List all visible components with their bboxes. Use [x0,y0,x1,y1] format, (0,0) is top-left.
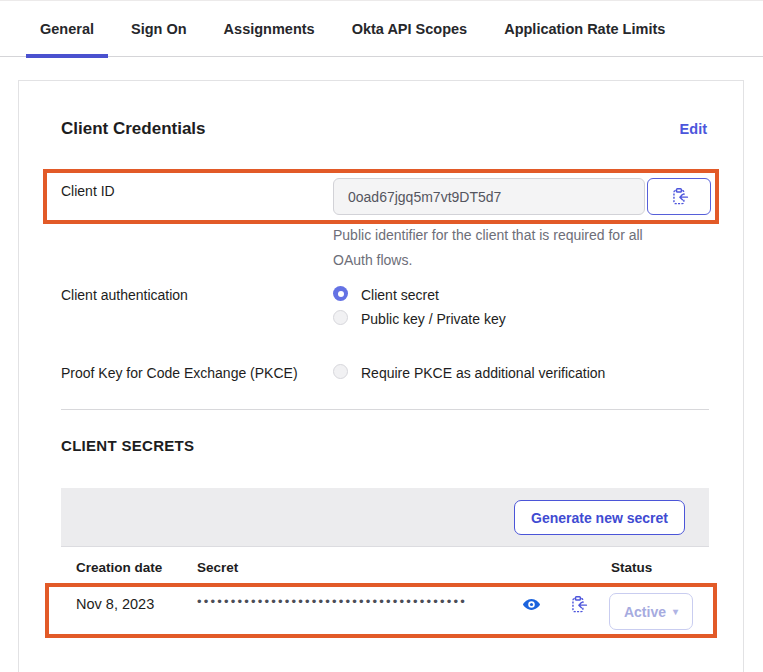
client-authentication-label: Client authentication [61,287,188,303]
column-header-status: Status [611,560,652,575]
edit-link[interactable]: Edit [680,121,707,137]
client-secrets-title: CLIENT SECRETS [61,437,194,454]
pkce-checkbox[interactable] [333,364,348,379]
column-header-creation-date: Creation date [76,560,162,575]
caret-down-icon: ▾ [673,606,678,617]
eye-icon [522,595,541,614]
column-header-secret: Secret [197,560,238,575]
copy-secret-button[interactable] [567,593,589,615]
status-label: Active [624,604,666,620]
settings-card: Client Credentials Edit Client ID Public… [18,80,744,672]
client-id-input[interactable] [333,178,645,215]
secret-masked-value: •••••••••••••••••••••••••••••••••••••••• [197,594,517,609]
client-credentials-title: Client Credentials [61,119,206,139]
status-dropdown[interactable]: Active ▾ [609,593,693,630]
clipboard-copy-icon [569,595,588,614]
tab-sign-on[interactable]: Sign On [117,1,201,57]
secret-creation-date: Nov 8, 2023 [76,596,154,612]
client-secrets-toolbar: Generate new secret [61,488,709,547]
client-id-label: Client ID [61,183,115,199]
pkce-label: Proof Key for Code Exchange (PKCE) [61,365,298,381]
clipboard-copy-icon [670,187,689,206]
tab-general[interactable]: General [26,1,108,57]
radio-public-private-key[interactable] [333,310,348,325]
radio-client-secret-label: Client secret [361,287,439,303]
generate-new-secret-button[interactable]: Generate new secret [514,500,685,535]
section-divider [61,409,709,410]
tab-bar: General Sign On Assignments Okta API Sco… [0,0,763,57]
tab-application-rate-limits[interactable]: Application Rate Limits [490,1,679,57]
radio-client-secret[interactable] [333,286,348,301]
radio-public-private-key-label: Public key / Private key [361,311,506,327]
reveal-secret-button[interactable] [520,593,542,615]
tab-assignments[interactable]: Assignments [210,1,329,57]
pkce-option-label: Require PKCE as additional verification [361,365,605,381]
client-id-help-text: Public identifier for the client that is… [333,223,667,273]
copy-client-id-button[interactable] [647,178,711,215]
tab-okta-api-scopes[interactable]: Okta API Scopes [338,1,482,57]
